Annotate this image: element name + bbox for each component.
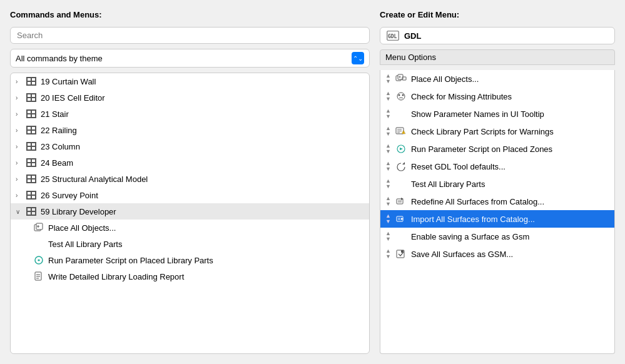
- sort-icon: ▲▼: [385, 196, 391, 207]
- menu-item-check-library-scripts[interactable]: ▲▼ ! Check Library Part Scripts for Warn…: [380, 123, 614, 140]
- sub-item-run-param[interactable]: Run Parameter Script on Placed Library P…: [11, 252, 369, 268]
- tree-item-label: 20 IES Cell Editor: [41, 93, 105, 103]
- menu-item-redefine-surfaces[interactable]: ▲▼ Redefine All Surfaces from Catalog...: [380, 193, 614, 210]
- menu-item-label: Show Parameter Names in UI Tooltip: [411, 109, 544, 119]
- left-panel: Commands and Menus: All commands by them…: [10, 10, 370, 354]
- chevron-right-icon: ›: [16, 127, 24, 134]
- tree-item-label: 22 Railing: [41, 126, 77, 135]
- module-icon: [26, 126, 37, 134]
- tree-item-label: 24 Beam: [41, 158, 73, 168]
- no-icon: [395, 179, 407, 189]
- menu-item-test-all-library[interactable]: ▲▼ Test All Library Parts: [380, 175, 614, 193]
- menu-item-label: Redefine All Surfaces from Catalog...: [411, 197, 544, 206]
- tree-item-ies-cell-editor[interactable]: › 20 IES Cell Editor: [11, 89, 369, 106]
- sub-item-label: Write Detailed Library Loading Report: [48, 272, 184, 281]
- chevron-right-icon: ›: [16, 78, 24, 85]
- chevron-right-icon: ›: [16, 111, 24, 118]
- module-icon: [26, 207, 37, 216]
- tree-item-label: 26 Survey Point: [41, 191, 98, 200]
- menu-item-label: Reset GDL Tool defaults...: [411, 162, 506, 171]
- dropdown-label: All commands by theme: [16, 54, 352, 63]
- sort-icon: ▲▼: [385, 213, 391, 225]
- menu-item-check-missing[interactable]: ▲▼ Check for Missing Attributes: [380, 88, 614, 105]
- sort-icon: ▲▼: [385, 126, 391, 137]
- tree-item-library-developer[interactable]: ∨ 59 Library Developer: [11, 203, 369, 220]
- module-icon: [26, 77, 37, 86]
- sub-item-label: Test All Library Parts: [48, 240, 123, 249]
- redefine-icon: [395, 196, 407, 206]
- tree-item-column[interactable]: › 23 Column: [11, 138, 369, 154]
- svg-rect-32: [401, 250, 404, 253]
- tree-item-label: 59 Library Developer: [41, 207, 116, 216]
- tree-item-railing[interactable]: › 22 Railing: [11, 122, 369, 138]
- gdl-icon: GDL: [387, 31, 399, 41]
- sub-item-label: Place All Objects...: [48, 223, 116, 233]
- menu-item-label: Check for Missing Attributes: [411, 92, 512, 101]
- sub-item-label: Run Parameter Script on Placed Library P…: [48, 256, 213, 265]
- module-icon: [26, 142, 37, 151]
- menu-options-header: Menu Options: [380, 49, 615, 65]
- svg-point-18: [402, 94, 404, 96]
- sort-icon: ▲▼: [385, 161, 391, 172]
- sub-item-place-all-objects[interactable]: Place All Objects...: [11, 220, 369, 236]
- theme-dropdown[interactable]: All commands by theme ⌃⌄: [10, 49, 370, 68]
- tree-item-curtain-wall[interactable]: › 19 Curtain Wall: [11, 73, 369, 89]
- svg-point-17: [398, 94, 400, 96]
- menu-item-label: Run Parameter Script on Placed Zones: [411, 144, 552, 154]
- gdl-label: GDL: [404, 31, 421, 41]
- menu-item-place-all-objects[interactable]: ▲▼ Place All Objects...: [380, 70, 614, 88]
- dropdown-arrow-icon: ⌃⌄: [352, 52, 364, 64]
- chevron-right-icon: ›: [16, 143, 24, 150]
- tree-item-stair[interactable]: › 21 Stair: [11, 106, 369, 122]
- menu-item-label: Check Library Part Scripts for Warnings: [411, 127, 554, 136]
- module-icon: [26, 93, 37, 102]
- menu-item-run-param-zones[interactable]: ▲▼ Run Parameter Script on Placed Zones: [380, 140, 614, 158]
- warning-icon: !: [395, 126, 407, 136]
- tree-item-beam[interactable]: › 24 Beam: [11, 154, 369, 171]
- sort-icon: ▲▼: [385, 108, 391, 119]
- menu-item-show-param-names[interactable]: ▲▼ Show Parameter Names in UI Tooltip: [380, 105, 614, 123]
- menu-item-label: Test All Library Parts: [411, 179, 485, 189]
- right-panel: Create or Edit Menu: GDL GDL Menu Option…: [380, 10, 615, 354]
- no-icon: [395, 231, 407, 241]
- no-icon: [395, 109, 407, 119]
- tree-item-label: 23 Column: [41, 142, 80, 151]
- tree-item-label: 25 Structural Analytical Model: [41, 174, 148, 184]
- search-input[interactable]: [10, 27, 370, 44]
- module-icon: [26, 191, 37, 200]
- menu-item-label: Import All Surfaces from Catalog...: [411, 215, 535, 224]
- sub-item-write-report[interactable]: Write Detailed Library Loading Report: [11, 268, 369, 285]
- reset-icon: [395, 161, 407, 171]
- run-param-icon: [33, 256, 44, 265]
- tree-item-structural[interactable]: › 25 Structural Analytical Model: [11, 171, 369, 187]
- svg-text:!: !: [403, 131, 404, 134]
- import-icon: [395, 214, 407, 224]
- tree-area: › 19 Curtain Wall › 20 IES Cell Editor ›…: [10, 73, 370, 354]
- menu-item-save-all-surfaces[interactable]: ▲▼ Save All Surfaces as GSM...: [380, 245, 614, 263]
- run-param-zones-icon: [395, 144, 407, 154]
- chevron-right-icon: ›: [16, 94, 24, 101]
- menu-item-label: Enable saving a Surface as Gsm: [411, 232, 529, 241]
- menu-item-import-surfaces[interactable]: ▲▼ Import All Surfaces from Catalog...: [380, 210, 614, 228]
- menu-list: ▲▼ Place All Objects... ▲▼: [380, 70, 615, 354]
- sort-icon: ▲▼: [385, 178, 391, 190]
- chevron-right-icon: ›: [16, 192, 24, 199]
- left-panel-title: Commands and Menus:: [10, 10, 370, 19]
- gdl-header: GDL GDL: [380, 27, 615, 44]
- tree-item-survey-point[interactable]: › 26 Survey Point: [11, 187, 369, 203]
- module-icon: [26, 158, 37, 167]
- menu-item-label: Place All Objects...: [411, 74, 479, 84]
- sort-icon: ▲▼: [385, 73, 391, 84]
- menu-item-enable-saving-surface[interactable]: ▲▼ Enable saving a Surface as Gsm: [380, 228, 614, 245]
- report-icon: [33, 272, 44, 281]
- module-icon: [26, 174, 37, 183]
- placeholder-icon: [33, 240, 44, 248]
- sort-icon: ▲▼: [385, 91, 391, 102]
- tree-item-label: 21 Stair: [41, 109, 69, 119]
- svg-point-16: [397, 93, 405, 100]
- menu-item-reset-gdl[interactable]: ▲▼ Reset GDL Tool defaults...: [380, 158, 614, 175]
- chevron-right-icon: ›: [16, 159, 24, 166]
- tree-item-label: 19 Curtain Wall: [41, 77, 96, 86]
- sub-item-test-all[interactable]: Test All Library Parts: [11, 236, 369, 252]
- right-panel-title: Create or Edit Menu:: [380, 10, 615, 19]
